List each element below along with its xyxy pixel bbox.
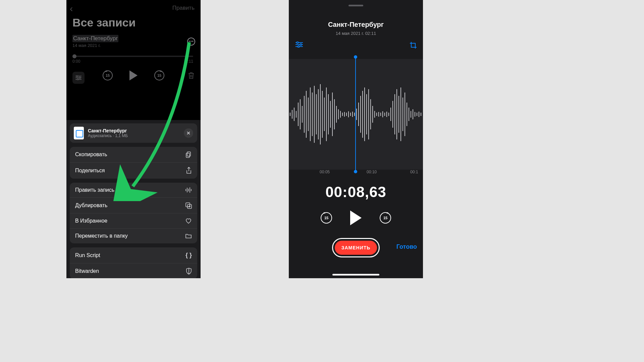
replace-button-ring: ЗАМЕНИТЬ	[332, 238, 380, 257]
home-indicator[interactable]	[332, 274, 379, 276]
playhead[interactable]	[355, 57, 356, 172]
action-edit-recording[interactable]: Править запись	[70, 183, 197, 197]
sheet-subtitle: Аудиозапись · 1,1 МБ	[88, 133, 128, 138]
action-sheet: Санкт-Петербург Аудиозапись · 1,1 МБ ✕ С…	[66, 120, 201, 278]
action-bitwarden[interactable]: Bitwarden	[70, 263, 197, 278]
editor-subtitle: 14 мая 2021 г. 02:11	[289, 31, 423, 36]
waveform-area[interactable]: 00:0500:1000:1	[289, 59, 423, 170]
screenshot-right: Санкт-Петербург 14 мая 2021 г. 02:11 00:…	[289, 0, 423, 278]
braces-icon: { }	[185, 252, 192, 259]
action-group-3: Run Script { } Bitwarden	[70, 247, 197, 278]
sheet-grabber[interactable]	[348, 5, 363, 6]
heart-icon	[185, 218, 192, 224]
replace-button[interactable]: ЗАМЕНИТЬ	[335, 241, 377, 255]
waveform-icon	[289, 79, 423, 149]
recording-title[interactable]: Санкт-Петербург	[72, 35, 118, 42]
edit-link[interactable]: Править	[172, 5, 195, 11]
scrubber-track[interactable]	[72, 56, 193, 57]
page-title: Все записи	[72, 16, 136, 29]
recordings-list-screen: ‹ Править Все записи Санкт-Петербург 14 …	[66, 0, 201, 120]
action-favorite[interactable]: В Избранное	[70, 213, 197, 228]
folder-icon	[185, 233, 192, 239]
duplicate-icon	[185, 202, 192, 209]
audio-file-icon	[74, 127, 84, 139]
timecode: 00:08,63	[289, 184, 423, 200]
action-run-script[interactable]: Run Script { }	[70, 247, 197, 263]
svg-point-23	[300, 44, 302, 46]
action-duplicate[interactable]: Дублировать	[70, 197, 197, 213]
play-icon[interactable]	[350, 210, 362, 225]
skip-forward-15-icon[interactable]: 15	[154, 70, 164, 80]
back-chevron-icon[interactable]: ‹	[70, 3, 73, 14]
time-end-label: 2:11	[185, 59, 193, 64]
recording-date: 14 мая 2021 г.	[72, 43, 101, 48]
sheet-title: Санкт-Петербург	[88, 128, 128, 133]
action-share[interactable]: Поделиться	[70, 162, 197, 179]
action-sheet-header: Санкт-Петербург Аудиозапись · 1,1 МБ ✕	[70, 123, 197, 143]
action-group-2: Править запись Дублировать В Избранное П…	[70, 183, 197, 243]
more-button[interactable]: •••	[187, 38, 195, 46]
editor-playback-controls: 15 15	[289, 210, 423, 225]
svg-rect-9	[186, 153, 190, 158]
skip-forward-15-icon[interactable]: 15	[380, 212, 391, 224]
waveform-icon	[185, 187, 192, 193]
svg-point-24	[298, 46, 300, 48]
skip-back-15-icon[interactable]: 15	[321, 212, 332, 224]
action-group-1: Скопировать Поделиться	[70, 147, 197, 179]
screenshot-left: ‹ Править Все записи Санкт-Петербург 14 …	[66, 0, 201, 278]
sliders-icon[interactable]	[296, 42, 303, 48]
copy-icon	[185, 151, 192, 158]
trash-icon[interactable]	[188, 72, 195, 79]
editor-title: Санкт-Петербург	[289, 21, 423, 28]
action-move-to-folder[interactable]: Переместить в папку	[70, 228, 197, 243]
share-icon	[186, 167, 192, 174]
time-start-label: 0:00	[72, 59, 80, 64]
crop-icon[interactable]	[410, 42, 417, 49]
time-ruler: 00:0500:1000:1	[289, 170, 423, 178]
close-icon[interactable]: ✕	[184, 128, 193, 138]
done-button[interactable]: Готово	[396, 243, 417, 250]
skip-back-15-icon[interactable]: 15	[103, 70, 113, 80]
action-copy[interactable]: Скопировать	[70, 147, 197, 162]
shield-icon	[186, 268, 192, 275]
svg-rect-8	[187, 152, 191, 156]
svg-point-22	[297, 42, 299, 44]
play-icon[interactable]	[129, 70, 138, 80]
playback-controls: 15 15	[66, 70, 201, 80]
